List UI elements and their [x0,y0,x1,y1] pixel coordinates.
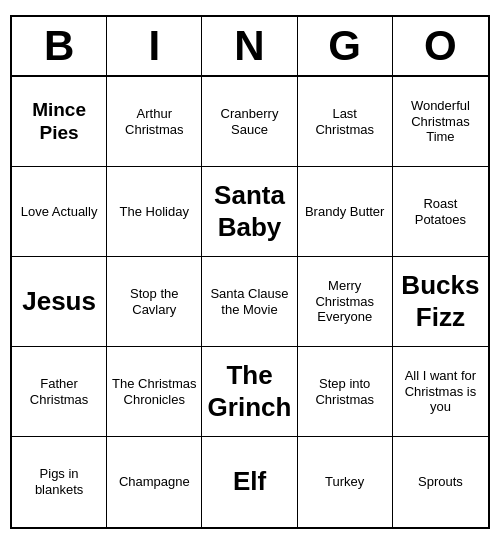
bingo-cell: Last Christmas [298,77,393,167]
bingo-cell: Santa Clause the Movie [202,257,297,347]
bingo-header-letter: G [298,17,393,75]
bingo-cell: Love Actually [12,167,107,257]
bingo-cell: Wonderful Christmas Time [393,77,488,167]
bingo-cell: Sprouts [393,437,488,527]
bingo-cell: Champagne [107,437,202,527]
bingo-cell: Roast Potatoes [393,167,488,257]
bingo-cell: Elf [202,437,297,527]
bingo-cell: Cranberry Sauce [202,77,297,167]
bingo-cell: Father Christmas [12,347,107,437]
bingo-header-letter: O [393,17,488,75]
bingo-cell: Mince Pies [12,77,107,167]
bingo-cell: Stop the Cavlary [107,257,202,347]
bingo-header: BINGO [12,17,488,77]
bingo-cell: Santa Baby [202,167,297,257]
bingo-card: BINGO Mince PiesArthur ChristmasCranberr… [10,15,490,529]
bingo-cell: Turkey [298,437,393,527]
bingo-header-letter: I [107,17,202,75]
bingo-cell: All I want for Christmas is you [393,347,488,437]
bingo-header-letter: N [202,17,297,75]
bingo-header-letter: B [12,17,107,75]
bingo-cell: Arthur Christmas [107,77,202,167]
bingo-cell: Pigs in blankets [12,437,107,527]
bingo-grid: Mince PiesArthur ChristmasCranberry Sauc… [12,77,488,527]
bingo-cell: Merry Christmas Everyone [298,257,393,347]
bingo-cell: The Grinch [202,347,297,437]
bingo-cell: Bucks Fizz [393,257,488,347]
bingo-cell: The Holiday [107,167,202,257]
bingo-cell: Step into Christmas [298,347,393,437]
bingo-cell: The Christmas Chronicles [107,347,202,437]
bingo-cell: Jesus [12,257,107,347]
bingo-cell: Brandy Butter [298,167,393,257]
